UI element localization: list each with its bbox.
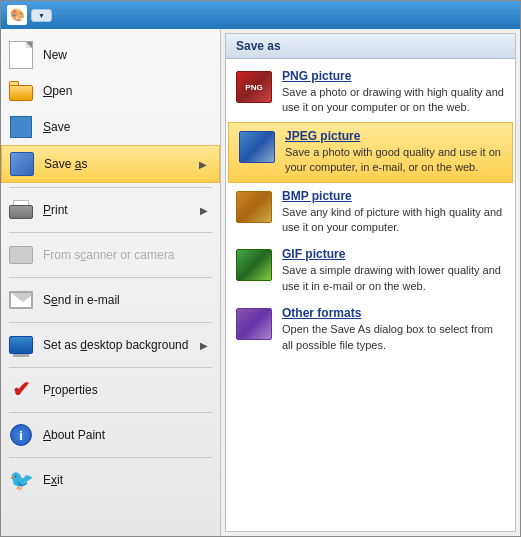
- submenu-items: PNG PNG picture Save a photo or drawing …: [226, 59, 515, 363]
- email-icon: [9, 288, 33, 312]
- separator-6: [9, 412, 212, 413]
- gif-icon: [236, 247, 272, 283]
- menu-item-about-label: About Paint: [43, 428, 208, 442]
- menu-item-exit[interactable]: 🐦 Exit: [1, 462, 220, 498]
- separator-3: [9, 277, 212, 278]
- submenu-item-bmp[interactable]: BMP picture Save any kind of picture wit…: [226, 183, 515, 242]
- desktop-icon: [9, 333, 33, 357]
- jpeg-desc: Save a photo with good quality and use i…: [285, 145, 502, 176]
- title-bar: 🎨: [1, 1, 520, 29]
- about-icon: i: [9, 423, 33, 447]
- menu-item-save-label: Save: [43, 120, 208, 134]
- separator-4: [9, 322, 212, 323]
- bmp-icon: [236, 189, 272, 225]
- separator-5: [9, 367, 212, 368]
- new-icon: [9, 43, 33, 67]
- submenu-panel: Save as PNG PNG picture Save a photo or …: [225, 33, 516, 532]
- menu-item-desktop-label: Set as desktop background: [43, 338, 190, 352]
- separator-7: [9, 457, 212, 458]
- png-title: PNG picture: [282, 69, 505, 83]
- png-icon: PNG: [236, 69, 272, 105]
- separator-1: [9, 187, 212, 188]
- other-icon: [236, 306, 272, 342]
- desktop-arrow: ▶: [200, 340, 208, 351]
- menu-item-email[interactable]: Send in e-mail: [1, 282, 220, 318]
- print-arrow: ▶: [200, 205, 208, 216]
- separator-2: [9, 232, 212, 233]
- menu-container: New Open Save: [1, 29, 520, 536]
- title-bar-menu-button[interactable]: [31, 9, 52, 22]
- jpeg-text: JPEG picture Save a photo with good qual…: [285, 129, 502, 176]
- menu-item-properties-label: Properties: [43, 383, 208, 397]
- menu-item-print-label: Print: [43, 203, 190, 217]
- other-text: Other formats Open the Save As dialog bo…: [282, 306, 505, 353]
- submenu-item-gif[interactable]: GIF picture Save a simple drawing with l…: [226, 241, 515, 300]
- app-icon: 🎨: [7, 5, 27, 25]
- gif-text: GIF picture Save a simple drawing with l…: [282, 247, 505, 294]
- submenu-item-jpeg[interactable]: JPEG picture Save a photo with good qual…: [228, 122, 513, 183]
- submenu-item-other[interactable]: Other formats Open the Save As dialog bo…: [226, 300, 515, 359]
- menu-item-open-label: Open: [43, 84, 208, 98]
- menu-item-new-label: New: [43, 48, 208, 62]
- gif-desc: Save a simple drawing with lower quality…: [282, 263, 505, 294]
- save-icon: [9, 115, 33, 139]
- menu-item-print[interactable]: Print ▶: [1, 192, 220, 228]
- left-menu: New Open Save: [1, 29, 221, 536]
- menu-item-saveas-label: Save as: [44, 157, 189, 171]
- exit-icon: 🐦: [9, 468, 33, 492]
- print-icon: [9, 198, 33, 222]
- menu-item-properties[interactable]: ✔ Properties: [1, 372, 220, 408]
- menu-item-saveas[interactable]: Save as ▶: [1, 145, 220, 183]
- menu-item-about[interactable]: i About Paint: [1, 417, 220, 453]
- other-desc: Open the Save As dialog box to select fr…: [282, 322, 505, 353]
- menu-item-new[interactable]: New: [1, 37, 220, 73]
- submenu-item-png[interactable]: PNG PNG picture Save a photo or drawing …: [226, 63, 515, 122]
- main-window: 🎨 New Open: [0, 0, 521, 537]
- menu-item-scanner-label: From scanner or camera: [43, 248, 208, 262]
- menu-item-scanner[interactable]: From scanner or camera: [1, 237, 220, 273]
- saveas-icon: [10, 152, 34, 176]
- bmp-desc: Save any kind of picture with high quali…: [282, 205, 505, 236]
- menu-item-email-label: Send in e-mail: [43, 293, 208, 307]
- png-desc: Save a photo or drawing with high qualit…: [282, 85, 505, 116]
- png-text: PNG picture Save a photo or drawing with…: [282, 69, 505, 116]
- gif-title: GIF picture: [282, 247, 505, 261]
- menu-item-exit-label: Exit: [43, 473, 208, 487]
- saveas-arrow: ▶: [199, 159, 207, 170]
- scanner-icon: [9, 243, 33, 267]
- bmp-title: BMP picture: [282, 189, 505, 203]
- jpeg-title: JPEG picture: [285, 129, 502, 143]
- open-icon: [9, 79, 33, 103]
- submenu-title: Save as: [226, 34, 515, 59]
- properties-icon: ✔: [9, 378, 33, 402]
- jpeg-icon: [239, 129, 275, 165]
- other-title: Other formats: [282, 306, 505, 320]
- menu-item-save[interactable]: Save: [1, 109, 220, 145]
- menu-item-desktop[interactable]: Set as desktop background ▶: [1, 327, 220, 363]
- bmp-text: BMP picture Save any kind of picture wit…: [282, 189, 505, 236]
- menu-item-open[interactable]: Open: [1, 73, 220, 109]
